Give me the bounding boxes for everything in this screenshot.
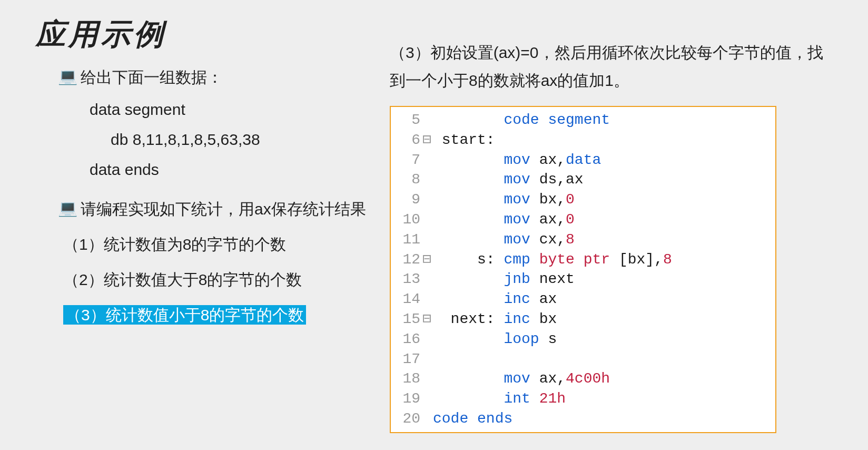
- code-text: mov ax,4c00h: [433, 369, 610, 389]
- code-text: int 21h: [433, 389, 566, 409]
- left-column: 💻给出下面一组数据： data segment db 8,11,8,1,8,5,…: [58, 62, 384, 330]
- code-line: 20 code ends: [391, 409, 775, 429]
- computer-icon: 💻: [58, 61, 77, 91]
- line-number: 6: [391, 130, 422, 150]
- code-text: code segment: [433, 110, 610, 130]
- code-text: inc ax: [433, 289, 557, 309]
- code-text: mov ax,0: [433, 210, 575, 230]
- code-text: s: cmp byte ptr [bx],8: [433, 250, 672, 270]
- line-number: 17: [391, 349, 422, 369]
- code-text: mov ax,data: [433, 150, 601, 170]
- fold-marker-icon: [422, 329, 433, 349]
- fold-marker-icon: [422, 269, 433, 289]
- line-number: 18: [391, 369, 422, 389]
- line-number: 8: [391, 170, 422, 190]
- task-item-3: （3）统计数值小于8的字节的个数: [63, 300, 384, 330]
- code-line: 9 mov bx,0: [391, 190, 775, 210]
- code-text: mov bx,0: [433, 190, 575, 210]
- code-text: [433, 349, 504, 369]
- code-line: 16 loop s: [391, 329, 775, 349]
- code-line: 6⊟ start:: [391, 130, 775, 150]
- code-text: loop s: [433, 329, 557, 349]
- slide-title: 应用示例: [36, 15, 166, 55]
- line-number: 9: [391, 190, 422, 210]
- code-text: start:: [433, 130, 504, 150]
- code-line: 10 mov ax,0: [391, 210, 775, 230]
- line-number: 12: [391, 250, 422, 270]
- line-number: 16: [391, 329, 422, 349]
- line-number: 20: [391, 409, 422, 429]
- code-line: 19 int 21h: [391, 389, 775, 409]
- code-text: mov cx,8: [433, 230, 575, 250]
- fold-marker-icon: [422, 170, 433, 190]
- code-text: jnb next: [433, 269, 575, 289]
- code-text: mov ds,ax: [433, 170, 584, 190]
- fold-marker-icon: ⊟: [422, 250, 433, 270]
- code-listing: 5 code segment6⊟ start: 7 mov ax,data8 m…: [390, 106, 776, 433]
- task-item-1: （1）统计数值为8的字节的个数: [63, 229, 384, 259]
- line-number: 7: [391, 150, 422, 170]
- line-number: 15: [391, 309, 422, 329]
- task-intro-text: 请编程实现如下统计，用ax保存统计结果: [81, 200, 366, 218]
- line-number: 13: [391, 269, 422, 289]
- line-number: 5: [391, 110, 422, 130]
- fold-marker-icon: [422, 190, 433, 210]
- task-item-2: （2）统计数值大于8的字节的个数: [63, 265, 384, 295]
- line-number: 19: [391, 389, 422, 409]
- fold-marker-icon: [422, 210, 433, 230]
- fold-marker-icon: ⊟: [422, 309, 433, 329]
- code-line: 5 code segment: [391, 110, 775, 130]
- code-line: 11 mov cx,8: [391, 230, 775, 250]
- fold-marker-icon: [422, 369, 433, 389]
- right-column: （3）初始设置(ax)=0，然后用循环依次比较每个字节的值，找到一个小于8的数就…: [390, 39, 832, 433]
- line-number: 14: [391, 289, 422, 309]
- db-line: db 8,11,8,1,8,5,63,38: [111, 124, 384, 154]
- line-number: 11: [391, 230, 422, 250]
- task-intro-line: 💻请编程实现如下统计，用ax保存统计结果: [58, 194, 384, 224]
- code-line: 15⊟ next: inc bx: [391, 309, 775, 329]
- code-line: 14 inc ax: [391, 289, 775, 309]
- code-text: code ends: [433, 409, 512, 429]
- code-line: 18 mov ax,4c00h: [391, 369, 775, 389]
- fold-marker-icon: [422, 110, 433, 130]
- fold-marker-icon: [422, 150, 433, 170]
- code-line: 8 mov ds,ax: [391, 170, 775, 190]
- line-number: 10: [391, 210, 422, 230]
- task-item-3-highlight: （3）统计数值小于8的字节的个数: [63, 305, 306, 325]
- fold-marker-icon: [422, 230, 433, 250]
- code-text: next: inc bx: [433, 309, 557, 329]
- code-line: 12⊟ s: cmp byte ptr [bx],8: [391, 250, 775, 270]
- explanation-text: （3）初始设置(ax)=0，然后用循环依次比较每个字节的值，找到一个小于8的数就…: [390, 39, 832, 94]
- code-line: 13 jnb next: [391, 269, 775, 289]
- fold-marker-icon: [422, 349, 433, 369]
- fold-marker-icon: [422, 409, 433, 429]
- intro-text: 给出下面一组数据：: [81, 69, 223, 86]
- fold-marker-icon: ⊟: [422, 130, 433, 150]
- data-segment-line: data segment: [90, 94, 384, 124]
- intro-line: 💻给出下面一组数据：: [58, 62, 384, 92]
- fold-marker-icon: [422, 389, 433, 409]
- computer-icon: 💻: [58, 193, 77, 223]
- slide: 应用示例 💻给出下面一组数据： data segment db 8,11,8,1…: [0, 0, 868, 450]
- code-line: 7 mov ax,data: [391, 150, 775, 170]
- data-ends-line: data ends: [90, 154, 384, 184]
- code-line: 17: [391, 349, 775, 369]
- fold-marker-icon: [422, 289, 433, 309]
